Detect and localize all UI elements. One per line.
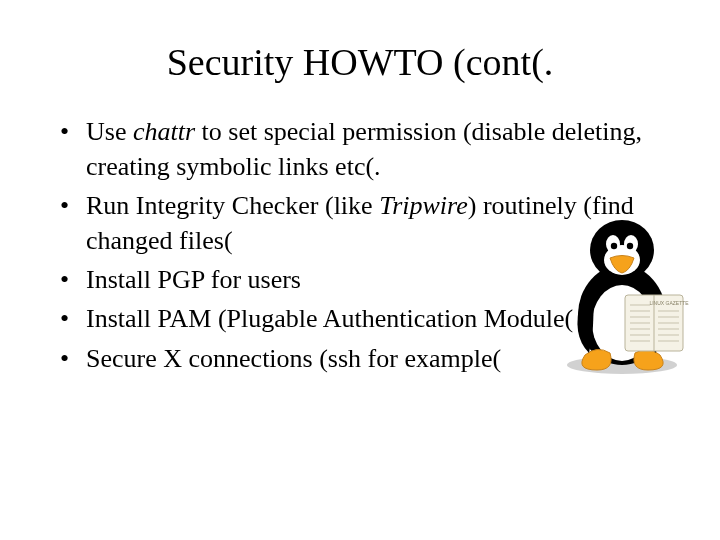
bullet-text: Install PAM (Plugable Authentication Mod… — [86, 304, 573, 333]
list-item: Use chattr to set special permission (di… — [60, 114, 646, 184]
svg-point-7 — [611, 243, 617, 249]
bullet-text: Install PGP for users — [86, 265, 301, 294]
bullet-text: Run Integrity Checker (like — [86, 191, 379, 220]
svg-point-8 — [627, 243, 633, 249]
bullet-text: Secure X connections (ssh for example( — [86, 344, 501, 373]
bullet-text-italic: chattr — [133, 117, 195, 146]
tux-icon: LINUX GAZETTE — [555, 205, 690, 375]
gazette-label: LINUX GAZETTE — [649, 300, 689, 306]
slide: Security HOWTO (cont(. Use chattr to set… — [0, 0, 720, 540]
slide-title: Security HOWTO (cont(. — [40, 40, 680, 84]
bullet-text: Use — [86, 117, 133, 146]
bullet-text-italic: Tripwire — [379, 191, 468, 220]
